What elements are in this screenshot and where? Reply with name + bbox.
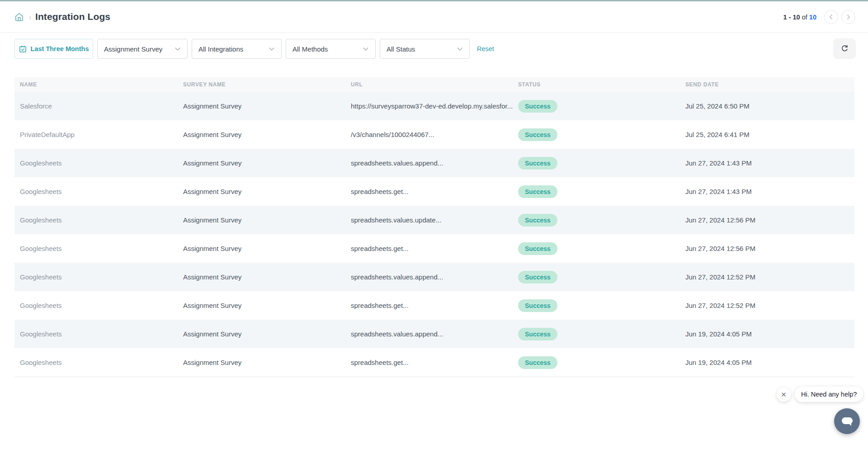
chevron-left-icon: [828, 14, 834, 20]
date-range-filter-button[interactable]: Last Three Months: [14, 39, 93, 59]
cell-status: Success: [518, 356, 685, 369]
cell-url: spreadsheets.values.append...: [351, 273, 518, 281]
cell-url: /v3/channels/1000244067...: [351, 131, 518, 138]
breadcrumb-home[interactable]: [14, 11, 24, 22]
chat-tooltip[interactable]: Hi. Need any help?: [795, 387, 863, 402]
cell-send-date: Jul 25, 2024 6:50 PM: [685, 102, 854, 110]
cell-survey-name: Assignment Survey: [183, 359, 351, 366]
page-title: Integration Logs: [35, 11, 110, 22]
table-row[interactable]: Googlesheets Assignment Survey spreadshe…: [14, 234, 854, 263]
cell-status: Success: [518, 271, 685, 284]
column-header-send-date: SEND DATE: [685, 81, 854, 88]
next-page-button[interactable]: [841, 10, 855, 24]
status-badge: Success: [518, 185, 557, 198]
refresh-icon: [840, 44, 849, 53]
chat-bubble-icon: [840, 416, 854, 427]
pagination-text: 1 - 10 of 10: [783, 14, 816, 21]
pagination-total[interactable]: 10: [809, 14, 816, 21]
cell-status: Success: [518, 242, 685, 255]
cell-survey-name: Assignment Survey: [183, 188, 351, 195]
cell-status: Success: [518, 128, 685, 141]
cell-url: spreadsheets.get...: [351, 302, 518, 309]
cell-status: Success: [518, 157, 685, 170]
table-row[interactable]: Googlesheets Assignment Survey spreadshe…: [14, 291, 854, 320]
page-header: › Integration Logs 1 - 10 of 10: [0, 1, 868, 33]
column-header-status: STATUS: [518, 81, 685, 88]
cell-status: Success: [518, 185, 685, 198]
table-body: Salesforce Assignment Survey https://sur…: [14, 92, 854, 377]
integration-filter-value: All Integrations: [198, 45, 243, 53]
cell-name: Googlesheets: [20, 302, 183, 309]
status-badge: Success: [518, 100, 557, 113]
prev-page-button[interactable]: [824, 10, 838, 24]
cell-name: Googlesheets: [20, 159, 183, 167]
cell-name: PrivateDefaultApp: [20, 131, 183, 138]
cell-url: spreadsheets.get...: [351, 245, 518, 252]
integration-logs-table: NAME SURVEY NAME URL STATUS SEND DATE Sa…: [14, 77, 854, 377]
cell-send-date: Jun 27, 2024 12:52 PM: [685, 273, 854, 281]
cell-url: spreadsheets.values.append...: [351, 159, 518, 167]
status-badge: Success: [518, 271, 557, 284]
cell-name: Googlesheets: [20, 359, 183, 366]
method-filter-value: All Methods: [292, 45, 328, 53]
table-row[interactable]: Googlesheets Assignment Survey spreadshe…: [14, 149, 854, 177]
chevron-down-icon: [457, 46, 463, 52]
chevron-down-icon: [269, 46, 275, 52]
cell-send-date: Jun 27, 2024 1:43 PM: [685, 188, 854, 195]
pagination-range: 1 - 10: [783, 14, 800, 21]
cell-survey-name: Assignment Survey: [183, 330, 351, 338]
cell-status: Success: [518, 214, 685, 227]
cell-send-date: Jun 19, 2024 4:05 PM: [685, 359, 854, 366]
cell-send-date: Jun 27, 2024 12:56 PM: [685, 216, 854, 224]
date-range-label: Last Three Months: [31, 45, 89, 52]
chat-tooltip-close-button[interactable]: ✕: [777, 388, 791, 402]
column-header-name: NAME: [20, 81, 183, 88]
status-filter-dropdown[interactable]: All Status: [380, 39, 470, 59]
refresh-button[interactable]: [833, 38, 856, 59]
status-badge: Success: [518, 214, 557, 227]
filter-toolbar: Last Three Months Assignment Survey All …: [14, 39, 494, 59]
cell-status: Success: [518, 299, 685, 312]
cell-send-date: Jun 27, 2024 12:56 PM: [685, 245, 854, 252]
survey-filter-dropdown[interactable]: Assignment Survey: [97, 39, 188, 59]
cell-name: Googlesheets: [20, 216, 183, 224]
cell-status: Success: [518, 100, 685, 113]
close-icon: ✕: [781, 391, 787, 399]
status-badge: Success: [518, 128, 557, 141]
cell-send-date: Jun 27, 2024 12:52 PM: [685, 302, 854, 309]
table-row[interactable]: Googlesheets Assignment Survey spreadshe…: [14, 177, 854, 206]
chevron-down-icon: [363, 46, 369, 52]
cell-survey-name: Assignment Survey: [183, 102, 351, 110]
chat-launcher-button[interactable]: [834, 408, 860, 434]
table-row[interactable]: Googlesheets Assignment Survey spreadshe…: [14, 206, 854, 234]
chevron-down-icon: [175, 46, 181, 52]
table-row[interactable]: PrivateDefaultApp Assignment Survey /v3/…: [14, 120, 854, 149]
table-row[interactable]: Googlesheets Assignment Survey spreadshe…: [14, 263, 854, 291]
table-header-row: NAME SURVEY NAME URL STATUS SEND DATE: [14, 77, 854, 92]
reset-filters-link[interactable]: Reset: [477, 39, 494, 59]
cell-url: https://surveysparrow37-dev-ed.develop.m…: [351, 102, 518, 110]
status-badge: Success: [518, 328, 557, 340]
cell-survey-name: Assignment Survey: [183, 216, 351, 224]
column-header-url: URL: [351, 81, 518, 88]
status-badge: Success: [518, 299, 557, 312]
table-row[interactable]: Googlesheets Assignment Survey spreadshe…: [14, 320, 854, 348]
cell-name: Googlesheets: [20, 188, 183, 195]
cell-status: Success: [518, 328, 685, 340]
cell-name: Googlesheets: [20, 330, 183, 338]
cell-send-date: Jul 25, 2024 6:41 PM: [685, 131, 854, 138]
breadcrumb-separator-icon: ›: [29, 13, 31, 21]
status-filter-value: All Status: [387, 45, 415, 53]
status-badge: Success: [518, 157, 557, 170]
status-badge: Success: [518, 356, 557, 369]
cell-name: Googlesheets: [20, 273, 183, 281]
column-header-survey-name: SURVEY NAME: [183, 81, 351, 88]
table-row[interactable]: Salesforce Assignment Survey https://sur…: [14, 92, 854, 120]
cell-name: Salesforce: [20, 102, 183, 110]
method-filter-dropdown[interactable]: All Methods: [286, 39, 376, 59]
cell-url: spreadsheets.get...: [351, 359, 518, 366]
integration-filter-dropdown[interactable]: All Integrations: [192, 39, 282, 59]
table-row[interactable]: Googlesheets Assignment Survey spreadshe…: [14, 348, 854, 377]
calendar-check-icon: [19, 45, 27, 53]
pagination-of: of: [802, 14, 807, 21]
